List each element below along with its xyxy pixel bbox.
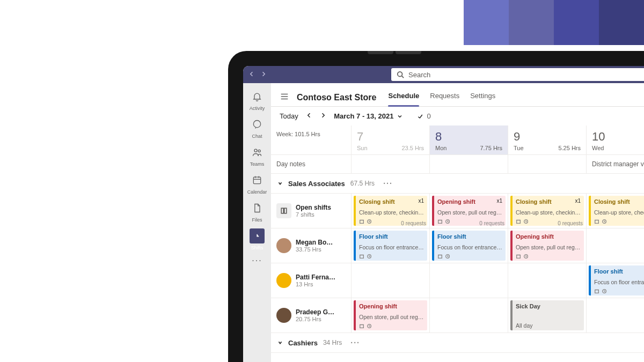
- search-input[interactable]: Search: [391, 68, 644, 81]
- person-row[interactable]: Pradeep G…20.75 Hrs: [271, 298, 352, 333]
- rail-shifts[interactable]: Shifts: [243, 226, 271, 253]
- person-hours: 33.75 Hrs: [296, 246, 333, 253]
- prev-week-button[interactable]: [306, 112, 312, 120]
- rail-chat[interactable]: Chat: [243, 114, 271, 141]
- shift-cell[interactable]: Opening shiftx1Open store, pull out regi…: [430, 194, 508, 228]
- day-column-sun[interactable]: 7Sun23.5 Hrs: [352, 125, 430, 154]
- requests-count: 0 requests: [479, 220, 504, 226]
- file-icon: [252, 203, 262, 213]
- shift-card[interactable]: Floor shiftFocus on floor entrance. …: [432, 231, 506, 261]
- svg-rect-5: [253, 177, 260, 184]
- next-week-button[interactable]: [320, 112, 326, 120]
- shift-card-icons: [594, 219, 644, 224]
- people-icon: [252, 147, 262, 158]
- day-column-tue[interactable]: 9Tue5.25 Hrs: [508, 125, 587, 154]
- group-more-button[interactable]: ···: [350, 338, 360, 347]
- shift-card[interactable]: Floor shiftFocus on floor entrance. …: [354, 231, 427, 261]
- day-note-cell[interactable]: [430, 155, 508, 173]
- today-button[interactable]: Today: [280, 112, 298, 120]
- header-tabs: ScheduleRequestsSettings: [388, 88, 495, 106]
- person-row[interactable]: Megan Bo…33.75 Hrs: [271, 228, 352, 263]
- person-name: Pradeep G…: [296, 308, 334, 316]
- svg-point-3: [254, 149, 257, 152]
- shift-card-icons: [594, 289, 644, 294]
- rail-calendar[interactable]: Calendar: [243, 170, 271, 197]
- day-notes-label: Day notes: [271, 155, 352, 173]
- caret-down-icon: [277, 180, 283, 188]
- caret-down-icon: [277, 339, 283, 347]
- svg-point-0: [398, 72, 402, 77]
- shift-cell[interactable]: [430, 263, 508, 298]
- shift-cell[interactable]: Floor shiftFocus on floor entrance. …: [352, 228, 430, 263]
- shift-card[interactable]: Opening shiftOpen store, pull out regis…: [354, 300, 427, 330]
- chevron-down-icon: [397, 113, 403, 120]
- open-shifts-row[interactable]: Open shifts7 shifts: [271, 194, 352, 228]
- shift-cell[interactable]: Closing shiftx1Clean-up store, chec…0: [587, 194, 644, 228]
- svg-rect-13: [281, 208, 283, 213]
- rail-files[interactable]: Files: [243, 198, 271, 225]
- day-column-wed[interactable]: 10Wed18: [587, 125, 644, 154]
- rail-teams[interactable]: Teams: [243, 142, 271, 169]
- shift-cell[interactable]: Floor shiftFocus on floor entran: [587, 263, 644, 298]
- history-back-button[interactable]: [248, 71, 255, 79]
- history-forward-button[interactable]: [260, 71, 267, 79]
- team-name: Contoso East Store: [297, 93, 376, 102]
- device-frame: Search Activity Chat Teams: [228, 51, 644, 362]
- shift-cell[interactable]: Closing shiftx1Clean-up store, checking …: [508, 194, 587, 228]
- shift-card[interactable]: Sick DayAll day: [510, 300, 584, 330]
- window-titlebar: Search: [243, 66, 644, 83]
- decorative-color-blocks: [464, 0, 644, 45]
- tab-requests[interactable]: Requests: [430, 88, 459, 106]
- group-more-button[interactable]: ···: [383, 179, 393, 188]
- shift-cell[interactable]: Sick DayAll day: [508, 298, 587, 333]
- tab-settings[interactable]: Settings: [470, 88, 495, 106]
- shift-cell[interactable]: Floor shiftFocus on floor entrance. …: [430, 228, 508, 263]
- shift-card[interactable]: Floor shiftFocus on floor entran: [589, 265, 644, 295]
- app-rail: Activity Chat Teams Calendar Files: [243, 83, 271, 362]
- shift-cell[interactable]: [587, 298, 644, 333]
- group-header[interactable]: Sales Associates67.5 Hrs···: [271, 174, 644, 194]
- svg-rect-14: [284, 208, 287, 213]
- shift-card-icons: [359, 254, 424, 259]
- avatar: [276, 308, 291, 323]
- day-note-cell[interactable]: [352, 155, 430, 173]
- shift-card-icons: [516, 254, 581, 259]
- shift-cell[interactable]: [587, 228, 644, 263]
- rail-more-button[interactable]: ···: [252, 256, 262, 265]
- shift-cell[interactable]: Opening shiftOpen store, pull out regis…: [508, 228, 587, 263]
- bell-icon: [252, 91, 262, 102]
- search-placeholder: Search: [408, 71, 430, 79]
- week-total: Week: 101.5 Hrs: [271, 125, 352, 154]
- shift-card[interactable]: Opening shiftOpen store, pull out regis…: [510, 231, 584, 261]
- hamburger-button[interactable]: [280, 92, 289, 104]
- calendar-icon: [252, 175, 262, 186]
- search-icon: [397, 71, 404, 78]
- pending-approvals[interactable]: 0: [417, 112, 430, 120]
- tab-schedule[interactable]: Schedule: [388, 88, 419, 106]
- shift-card-icons: [437, 254, 502, 259]
- shift-card[interactable]: Closing shiftx1Clean-up store, chec…: [589, 196, 644, 226]
- shift-cell[interactable]: Opening shiftOpen store, pull out regis…: [352, 298, 430, 333]
- shift-cell[interactable]: [352, 263, 430, 298]
- rail-activity[interactable]: Activity: [243, 86, 271, 113]
- shift-cell[interactable]: Closing shiftx1Clean-up store, checking …: [352, 194, 430, 228]
- day-column-mon[interactable]: 8Mon7.75 Hrs: [430, 125, 508, 154]
- svg-point-4: [258, 150, 260, 152]
- avatar: [276, 238, 291, 253]
- person-name: Open shifts: [296, 204, 331, 211]
- group-header[interactable]: Cashiers34 Hrs···: [271, 333, 644, 353]
- shift-cell[interactable]: [430, 298, 508, 333]
- shift-card-icons: [359, 323, 424, 329]
- svg-point-2: [253, 120, 260, 127]
- avatar: [276, 273, 291, 288]
- person-hours: 20.75 Hrs: [296, 316, 334, 322]
- person-name: Megan Bo…: [296, 239, 333, 246]
- requests-count: 0 requests: [401, 220, 426, 226]
- day-note-cell[interactable]: District manager visit: [587, 155, 644, 173]
- date-range-picker[interactable]: March 7 - 13, 2021: [334, 112, 403, 120]
- shift-cell[interactable]: [508, 263, 587, 298]
- person-row[interactable]: Patti Ferna…13 Hrs: [271, 263, 352, 298]
- day-note-cell[interactable]: [508, 155, 587, 173]
- person-hours: 13 Hrs: [296, 281, 335, 287]
- person-name: Patti Ferna…: [296, 274, 335, 281]
